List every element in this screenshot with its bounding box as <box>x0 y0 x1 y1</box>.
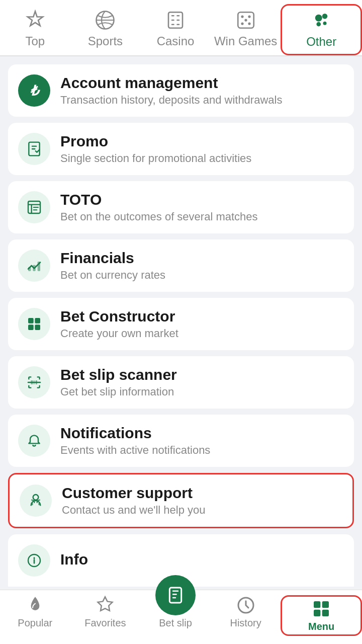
svg-point-6 <box>248 22 250 25</box>
promo-subtitle: Single section for promotional activitie… <box>60 152 251 165</box>
svg-rect-22 <box>36 380 37 384</box>
svg-rect-13 <box>28 267 31 271</box>
bet-constructor-icon <box>18 308 50 340</box>
customer-support-subtitle: Contact us and we'll help you <box>62 504 205 517</box>
info-icon <box>18 544 50 577</box>
top-label: Top <box>25 34 45 48</box>
bet-constructor-title: Bet Constructor <box>60 308 178 325</box>
info-title: Info <box>60 551 88 568</box>
financials-subtitle: Bet on currency rates <box>60 269 165 282</box>
menu-item-promo[interactable]: Promo Single section for promotional act… <box>8 123 354 175</box>
svg-rect-1 <box>168 12 183 28</box>
svg-rect-29 <box>314 610 320 616</box>
bet-slip-scanner-icon <box>18 366 50 398</box>
nav-item-wingames[interactable]: Win Games <box>211 4 281 55</box>
top-icon <box>23 8 47 32</box>
account-management-title: Account management <box>60 74 282 92</box>
toto-title: TOTO <box>60 191 258 208</box>
svg-point-11 <box>323 22 327 25</box>
svg-point-9 <box>322 14 328 19</box>
toto-text: TOTO Bet on the outcomes of several matc… <box>60 191 258 223</box>
sports-icon <box>93 8 117 32</box>
bottom-item-popular[interactable]: Popular <box>0 595 70 636</box>
bottom-item-favorites[interactable]: Favorites <box>70 595 141 636</box>
betslip-label: Bet slip <box>159 617 192 629</box>
wingames-label: Win Games <box>214 34 277 48</box>
svg-rect-30 <box>322 610 329 616</box>
svg-point-4 <box>248 15 250 18</box>
svg-rect-20 <box>31 380 33 384</box>
bet-constructor-subtitle: Create your own market <box>60 327 178 340</box>
menu-item-bet-slip-scanner[interactable]: Bet slip scanner Get bet slip informatio… <box>8 356 354 409</box>
menu-item-financials[interactable]: Financials Bet on currency rates <box>8 239 354 292</box>
account-management-subtitle: Transaction history, deposits and withdr… <box>60 94 282 107</box>
other-label: Other <box>306 35 336 49</box>
svg-rect-27 <box>314 601 320 608</box>
betslip-button[interactable] <box>155 575 196 615</box>
svg-rect-14 <box>33 265 35 271</box>
svg-rect-19 <box>35 325 40 330</box>
svg-point-5 <box>241 22 243 25</box>
bet-slip-scanner-title: Bet slip scanner <box>60 366 177 383</box>
svg-point-7 <box>244 19 247 21</box>
svg-rect-28 <box>322 601 329 608</box>
svg-rect-16 <box>28 318 34 324</box>
notifications-icon <box>18 425 50 457</box>
svg-rect-21 <box>34 380 35 384</box>
financials-title: Financials <box>60 250 165 267</box>
bet-slip-scanner-text: Bet slip scanner Get bet slip informatio… <box>60 366 177 398</box>
customer-support-title: Customer support <box>62 485 205 502</box>
bottom-item-menu[interactable]: Menu <box>281 595 362 636</box>
favorites-icon <box>95 595 115 615</box>
menu-item-bet-constructor[interactable]: Bet Constructor Create your own market <box>8 298 354 350</box>
customer-support-text: Customer support Contact us and we'll he… <box>62 485 205 517</box>
notifications-subtitle: Events with active notifications <box>60 444 210 457</box>
nav-item-top[interactable]: Top <box>0 4 70 55</box>
top-navigation: Top Sports Casino <box>0 0 362 56</box>
svg-rect-17 <box>35 318 40 324</box>
main-content: ₺ Account management Transaction history… <box>0 56 362 644</box>
promo-title: Promo <box>60 133 251 150</box>
svg-point-3 <box>241 15 243 18</box>
bottom-item-betslip[interactable]: Bet slip <box>140 590 211 636</box>
wingames-icon <box>234 8 258 32</box>
notifications-title: Notifications <box>60 425 210 442</box>
menu-item-customer-support[interactable]: Customer support Contact us and we'll he… <box>8 473 354 528</box>
popular-icon <box>25 595 45 615</box>
casino-icon <box>163 8 188 32</box>
sports-label: Sports <box>88 34 123 48</box>
bottom-item-history[interactable]: History <box>211 595 281 636</box>
menu-item-toto[interactable]: TOTO Bet on the outcomes of several matc… <box>8 181 354 233</box>
other-icon <box>309 9 333 33</box>
customer-support-icon <box>20 485 52 517</box>
svg-rect-15 <box>38 262 40 271</box>
popular-label: Popular <box>18 617 52 629</box>
financials-text: Financials Bet on currency rates <box>60 250 165 282</box>
svg-rect-25 <box>169 588 181 603</box>
promo-text: Promo Single section for promotional act… <box>60 133 251 165</box>
history-label: History <box>230 617 261 629</box>
menu-item-account-management[interactable]: ₺ Account management Transaction history… <box>8 64 354 117</box>
bet-constructor-text: Bet Constructor Create your own market <box>60 308 178 340</box>
menu-label: Menu <box>308 621 334 632</box>
betslip-icon <box>165 585 186 605</box>
history-icon <box>236 595 256 615</box>
notifications-text: Notifications Events with active notific… <box>60 425 210 457</box>
favorites-label: Favorites <box>84 617 126 629</box>
nav-item-casino[interactable]: Casino <box>140 4 211 55</box>
svg-point-23 <box>33 495 39 500</box>
svg-point-8 <box>315 15 322 22</box>
financials-icon <box>18 250 50 282</box>
casino-label: Casino <box>157 34 195 48</box>
promo-icon <box>18 133 50 165</box>
svg-rect-18 <box>28 325 34 330</box>
nav-item-sports[interactable]: Sports <box>70 4 141 55</box>
bet-slip-scanner-subtitle: Get bet slip information <box>60 385 177 398</box>
bottom-navigation: Popular Favorites Bet slip History <box>0 590 362 644</box>
svg-point-10 <box>317 22 321 27</box>
toto-subtitle: Bet on the outcomes of several matches <box>60 210 258 223</box>
nav-item-other[interactable]: Other <box>281 4 362 55</box>
menu-item-notifications[interactable]: Notifications Events with active notific… <box>8 415 354 467</box>
menu-icon <box>311 599 331 619</box>
account-management-text: Account management Transaction history, … <box>60 74 282 107</box>
